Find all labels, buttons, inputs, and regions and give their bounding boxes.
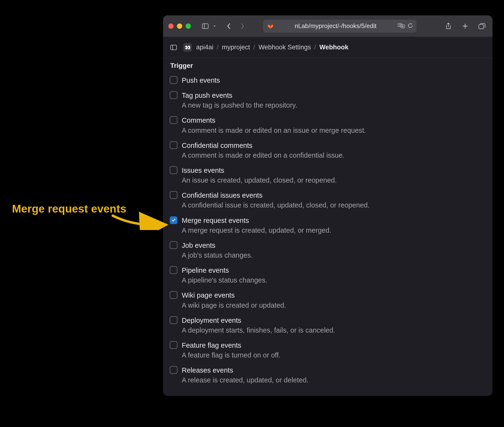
breadcrumb-project[interactable]: myproject: [222, 44, 250, 51]
trigger-checkbox[interactable]: [170, 91, 178, 99]
trigger-label[interactable]: Confidential issues events: [182, 191, 370, 200]
trigger-text: Issues eventsAn issue is created, update…: [182, 166, 337, 185]
trigger-label[interactable]: Deployment events: [182, 316, 335, 325]
svg-rect-6: [479, 24, 484, 29]
trigger-label[interactable]: Tag push events: [182, 91, 297, 100]
traffic-lights: [168, 23, 191, 29]
page-content: Trigger Push eventsTag push eventsA new …: [163, 58, 492, 396]
browser-window: nLab/myproject/-/hooks/5/edit: [163, 15, 492, 396]
trigger-row: Merge request eventsA merge request is c…: [170, 213, 486, 238]
trigger-row: Issues eventsAn issue is created, update…: [170, 163, 486, 188]
annotation-label: Merge request events: [12, 202, 126, 215]
forward-button[interactable]: [237, 21, 248, 31]
trigger-description: A confidential issue is created, updated…: [182, 201, 370, 210]
svg-rect-0: [202, 24, 208, 29]
breadcrumb-separator: /: [253, 44, 255, 51]
trigger-description: A deployment starts, finishes, fails, or…: [182, 326, 335, 335]
new-tab-button[interactable]: [460, 21, 470, 31]
trigger-checkbox[interactable]: [170, 366, 178, 374]
gitlab-icon: [267, 23, 274, 29]
trigger-checkbox[interactable]: [170, 316, 178, 324]
trigger-description: A merge request is created, updated, or …: [182, 226, 331, 235]
trigger-checkbox[interactable]: [170, 76, 178, 84]
breadcrumb-current: Webhook: [319, 44, 348, 51]
trigger-text: Push events: [182, 76, 220, 85]
trigger-label[interactable]: Releases events: [182, 366, 309, 375]
trigger-row: Job eventsA job's status changes.: [170, 238, 486, 263]
trigger-row: Pipeline eventsA pipeline's status chang…: [170, 263, 486, 288]
svg-rect-7: [171, 45, 177, 50]
trigger-row: Confidential commentsA comment is made o…: [170, 138, 486, 163]
trigger-text: Feature flag eventsA feature flag is tur…: [182, 341, 280, 360]
trigger-label[interactable]: Pipeline events: [182, 266, 267, 275]
trigger-label[interactable]: Merge request events: [182, 216, 331, 225]
trigger-row: Confidential issues eventsA confidential…: [170, 188, 486, 213]
trigger-row: Feature flag eventsA feature flag is tur…: [170, 338, 486, 363]
trigger-label[interactable]: Push events: [182, 76, 220, 85]
browser-toolbar: nLab/myproject/-/hooks/5/edit: [163, 15, 492, 37]
trigger-checkbox[interactable]: [170, 116, 178, 124]
trigger-description: A comment is made or edited on an issue …: [182, 126, 366, 135]
trigger-checkbox[interactable]: [170, 166, 178, 174]
trigger-row: CommentsA comment is made or edited on a…: [170, 113, 486, 138]
trigger-text: Deployment eventsA deployment starts, fi…: [182, 316, 335, 335]
trigger-description: A job's status changes.: [182, 251, 253, 260]
project-avatar[interactable]: 👀: [183, 43, 192, 52]
trigger-label[interactable]: Comments: [182, 116, 366, 125]
reload-icon[interactable]: [407, 23, 413, 30]
trigger-description: A pipeline's status changes.: [182, 275, 267, 285]
trigger-label[interactable]: Issues events: [182, 166, 337, 175]
tab-overview-button[interactable]: [477, 21, 487, 31]
trigger-description: A new tag is pushed to the repository.: [182, 101, 297, 110]
trigger-description: A feature flag is turned on or off.: [182, 351, 280, 360]
address-bar[interactable]: nLab/myproject/-/hooks/5/edit: [263, 20, 417, 33]
window-zoom-button[interactable]: [186, 23, 191, 29]
trigger-text: CommentsA comment is made or edited on a…: [182, 116, 366, 135]
trigger-checkbox[interactable]: [170, 291, 178, 299]
trigger-row: Wiki page eventsA wiki page is created o…: [170, 288, 486, 313]
section-title: Trigger: [170, 62, 486, 69]
trigger-text: Tag push eventsA new tag is pushed to th…: [182, 91, 297, 110]
gitlab-sidebar-toggle[interactable]: [168, 42, 179, 53]
tab-group-dropdown[interactable]: [210, 21, 219, 31]
trigger-description: A comment is made or edited on a confide…: [182, 151, 345, 160]
trigger-description: A release is created, updated, or delete…: [182, 375, 309, 385]
breadcrumb: api4ai / myproject / Webhook Settings / …: [196, 44, 348, 51]
trigger-text: Confidential issues eventsA confidential…: [182, 191, 370, 210]
trigger-checkbox[interactable]: [170, 266, 178, 274]
trigger-row: Tag push eventsA new tag is pushed to th…: [170, 88, 486, 113]
share-button[interactable]: [443, 21, 454, 31]
translate-icon[interactable]: [398, 23, 405, 30]
breadcrumb-bar: 👀 api4ai / myproject / Webhook Settings …: [163, 37, 492, 58]
back-button[interactable]: [224, 21, 234, 31]
trigger-checkbox[interactable]: [170, 191, 178, 199]
window-close-button[interactable]: [168, 23, 174, 29]
trigger-text: Pipeline eventsA pipeline's status chang…: [182, 266, 267, 285]
breadcrumb-owner[interactable]: api4ai: [196, 44, 213, 51]
trigger-checkbox[interactable]: [170, 141, 178, 149]
trigger-text: Job eventsA job's status changes.: [182, 241, 253, 260]
breadcrumb-section[interactable]: Webhook Settings: [258, 44, 311, 51]
trigger-row: Push events: [170, 73, 486, 88]
breadcrumb-separator: /: [314, 44, 316, 51]
trigger-description: A wiki page is created or updated.: [182, 301, 286, 310]
trigger-text: Merge request eventsA merge request is c…: [182, 216, 331, 235]
trigger-checkbox[interactable]: [170, 341, 178, 349]
trigger-checkbox[interactable]: [170, 241, 178, 249]
trigger-label[interactable]: Confidential comments: [182, 141, 345, 150]
trigger-checkbox[interactable]: [170, 216, 178, 224]
trigger-description: An issue is created, updated, closed, or…: [182, 176, 337, 185]
trigger-row: Deployment eventsA deployment starts, fi…: [170, 313, 486, 338]
toggle-sidebar-button[interactable]: [200, 21, 210, 31]
trigger-label[interactable]: Job events: [182, 241, 253, 250]
address-text: nLab/myproject/-/hooks/5/edit: [276, 22, 395, 30]
trigger-text: Confidential commentsA comment is made o…: [182, 141, 345, 160]
trigger-row: Releases eventsA release is created, upd…: [170, 363, 486, 388]
trigger-list: Push eventsTag push eventsA new tag is p…: [170, 73, 486, 388]
trigger-label[interactable]: Wiki page events: [182, 291, 286, 300]
trigger-label[interactable]: Feature flag events: [182, 341, 280, 350]
trigger-text: Wiki page eventsA wiki page is created o…: [182, 291, 286, 310]
trigger-text: Releases eventsA release is created, upd…: [182, 366, 309, 385]
breadcrumb-separator: /: [217, 44, 219, 51]
window-minimize-button[interactable]: [177, 23, 182, 29]
